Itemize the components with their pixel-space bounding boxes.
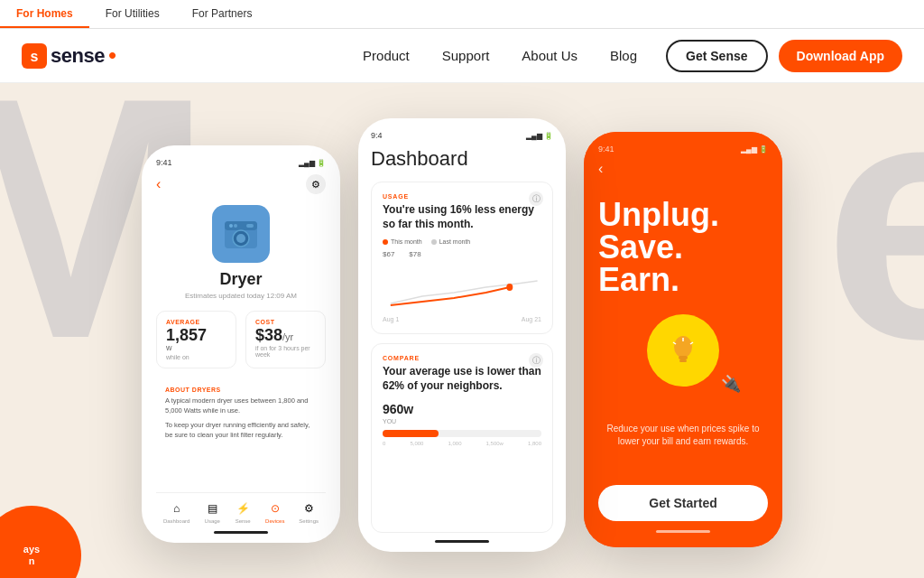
get-started-button[interactable]: Get Started bbox=[598, 485, 768, 521]
usage-card-info[interactable]: ⓘ bbox=[529, 191, 543, 206]
sense-label: Sense bbox=[236, 518, 251, 524]
chart-legend: This month Last month bbox=[383, 238, 541, 245]
orange-circle-text: aysn bbox=[14, 535, 49, 576]
stat-card-cost: COST $38/yr if on for 3 hours per week bbox=[245, 311, 326, 368]
status-icons-left: ▂▄▆ 🔋 bbox=[299, 159, 326, 167]
sense-logo-icon: s bbox=[22, 43, 47, 69]
dryer-icon bbox=[212, 205, 270, 263]
svg-text:s: s bbox=[31, 49, 39, 64]
cta-subtext: Reduce your use when prices spike to low… bbox=[598, 423, 768, 471]
svg-rect-8 bbox=[246, 224, 254, 228]
dashboard-title: Dashboard bbox=[371, 147, 553, 171]
svg-rect-12 bbox=[679, 359, 687, 362]
usage-bar-value: 960w bbox=[383, 402, 541, 416]
status-icons-center: ▂▄▆ 🔋 bbox=[526, 132, 553, 140]
status-bar-left: 9:41 ▂▄▆ 🔋 bbox=[156, 158, 326, 167]
chart-label-end: Aug 21 bbox=[522, 316, 541, 322]
orange-circle-decoration: aysn bbox=[0, 506, 81, 578]
bar-labels: 0 5,000 1,000 1,500w 1,800 bbox=[383, 441, 541, 446]
stat-label-average: AVERAGE bbox=[166, 319, 226, 325]
svg-point-7 bbox=[234, 224, 237, 228]
back-button-right[interactable]: ‹ bbox=[598, 161, 603, 176]
stat-card-average: AVERAGE 1,857 w while on bbox=[156, 311, 236, 368]
nav-link-blog[interactable]: Blog bbox=[610, 48, 637, 63]
legend-last: Last month bbox=[431, 238, 471, 245]
usage-label: Usage bbox=[205, 518, 220, 524]
phone-dryer: 9:41 ▂▄▆ 🔋 ‹ ⚙ bbox=[142, 145, 340, 543]
bulb-circle bbox=[647, 314, 719, 387]
compare-tag: COMPARE bbox=[383, 355, 541, 361]
status-bar-right: 9:41 ▂▄▆ 🔋 bbox=[598, 144, 768, 154]
svg-rect-11 bbox=[679, 356, 688, 359]
home-bar-center bbox=[435, 540, 489, 543]
usage-bar-container: 960w YOU 0 5,000 1,000 1,500w 1,800 bbox=[383, 402, 541, 446]
phone-cta: 9:41 ▂▄▆ 🔋 ‹ Unplug.Save.Earn. bbox=[584, 132, 782, 547]
download-app-button[interactable]: Download App bbox=[779, 40, 902, 72]
status-time-right: 9:41 bbox=[598, 144, 614, 154]
usage-tag: USAGE bbox=[383, 193, 541, 200]
stat-desc-average: while on bbox=[166, 354, 226, 360]
phones-container: 9:41 ▂▄▆ 🔋 ‹ ⚙ bbox=[142, 109, 782, 552]
tab-for-homes[interactable]: For Homes bbox=[0, 0, 89, 28]
bar-fill bbox=[383, 430, 439, 437]
usage-card: ⓘ USAGE You're using 16% less energy so … bbox=[371, 182, 553, 334]
legend-current: This month bbox=[383, 238, 422, 245]
tab-for-utilities[interactable]: For Utilities bbox=[89, 0, 176, 28]
appliance-updated: Estimates updated today 12:09 AM bbox=[156, 292, 326, 300]
legend-values: $67 $78 bbox=[383, 250, 541, 258]
nav-item-usage[interactable]: ▤ Usage bbox=[204, 500, 220, 524]
settings-icon: ⚙ bbox=[300, 500, 317, 517]
usage-icon: ▤ bbox=[204, 500, 220, 517]
phone-nav-right: ‹ bbox=[598, 161, 768, 177]
nav-link-support[interactable]: Support bbox=[442, 48, 490, 63]
logo[interactable]: s sense• bbox=[22, 42, 116, 70]
legend-last-label: Last month bbox=[439, 238, 471, 245]
get-sense-button[interactable]: Get Sense bbox=[666, 40, 767, 72]
top-tabs-bar: For Homes For Utilities For Partners bbox=[0, 0, 924, 29]
nav-item-devices[interactable]: ⊙ Devices bbox=[265, 500, 284, 524]
bg-letter-right: e bbox=[824, 83, 924, 390]
chart-labels: Aug 1 Aug 21 bbox=[383, 316, 541, 322]
dashboard-label: Dashboard bbox=[163, 518, 189, 524]
svg-point-5 bbox=[236, 234, 245, 243]
stat-value-average: 1,857 bbox=[166, 327, 226, 343]
compare-card: ⓘ COMPARE Your average use is lower than… bbox=[371, 343, 553, 533]
about-dryers-text1: A typical modern dryer uses between 1,80… bbox=[165, 396, 317, 415]
dryer-svg bbox=[221, 214, 261, 254]
status-bar-center: 9:4 ▂▄▆ 🔋 bbox=[371, 131, 553, 140]
bulb-svg bbox=[663, 331, 703, 370]
legend-dot-current bbox=[383, 239, 388, 245]
devices-icon: ⊙ bbox=[267, 500, 283, 517]
legend-val-current: $67 bbox=[383, 250, 394, 258]
nav-item-sense[interactable]: ⚡ Sense bbox=[235, 500, 251, 524]
status-time-center: 9:4 bbox=[371, 131, 383, 140]
nav-link-about[interactable]: About Us bbox=[522, 48, 578, 63]
about-dryers-text2: To keep your dryer running efficiently a… bbox=[165, 421, 317, 440]
sense-icon: ⚡ bbox=[235, 500, 251, 517]
tab-for-partners[interactable]: For Partners bbox=[176, 0, 269, 28]
settings-label: Settings bbox=[299, 518, 319, 524]
nav-link-product[interactable]: Product bbox=[363, 48, 410, 63]
nav-item-dashboard[interactable]: ⌂ Dashboard bbox=[163, 500, 189, 524]
about-dryers-title: ABOUT DRYERS bbox=[165, 387, 317, 393]
appliance-name: Dryer bbox=[156, 270, 326, 289]
settings-button-left[interactable]: ⚙ bbox=[306, 174, 326, 194]
stats-row: AVERAGE 1,857 w while on COST $38/yr if … bbox=[156, 311, 326, 368]
compare-desc: Your average use is lower than 62% of yo… bbox=[383, 365, 541, 393]
back-button-left[interactable]: ‹ bbox=[156, 176, 161, 192]
nav-links: Product Support About Us Blog bbox=[363, 48, 637, 63]
legend-current-label: This month bbox=[391, 238, 422, 245]
svg-point-9 bbox=[506, 284, 513, 291]
stat-value-cost: $38/yr bbox=[255, 327, 316, 343]
nav-item-settings[interactable]: ⚙ Settings bbox=[299, 500, 319, 524]
home-bar-left bbox=[214, 531, 268, 534]
spacer bbox=[598, 401, 768, 423]
chart-area bbox=[383, 258, 541, 312]
logo-dot: • bbox=[108, 42, 116, 70]
phone-dashboard: 9:4 ▂▄▆ 🔋 Dashboard ⓘ USAGE You're using… bbox=[358, 118, 566, 552]
devices-label: Devices bbox=[265, 518, 284, 524]
status-icons-right: ▂▄▆ 🔋 bbox=[741, 145, 768, 154]
usage-desc: You're using 16% less energy so far this… bbox=[383, 203, 541, 231]
nav-actions: Get Sense Download App bbox=[666, 40, 902, 72]
svg-point-6 bbox=[229, 224, 233, 228]
